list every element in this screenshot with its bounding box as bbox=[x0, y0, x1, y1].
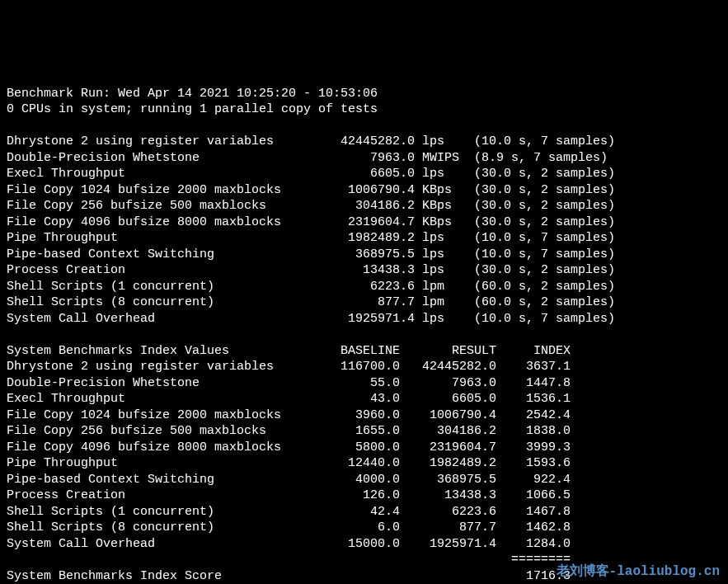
terminal-output: Benchmark Run: Wed Apr 14 2021 10:25:20 … bbox=[0, 81, 728, 585]
watermark-text: 老刘博客-laoliublog.cn bbox=[557, 563, 720, 581]
